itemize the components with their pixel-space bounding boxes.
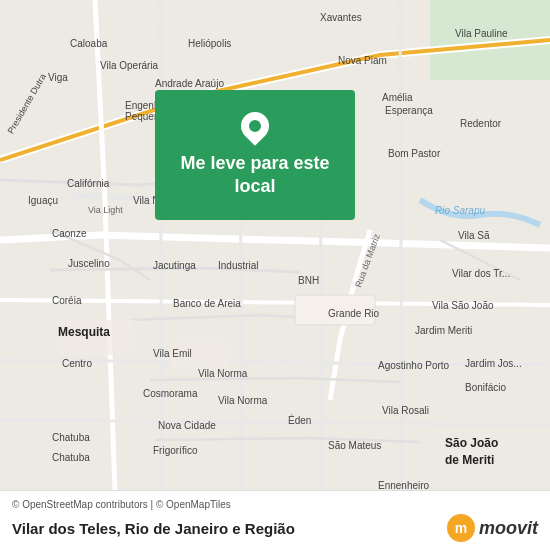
moovit-logo: m moovit [447,514,538,542]
popup-text: Me leve para este local [180,152,329,199]
bottom-bar: © OpenStreetMap contributors | © OpenMap… [0,490,550,550]
map-pin-icon [235,106,275,146]
map-roads [0,0,550,490]
moovit-icon: m [447,514,475,542]
map-container[interactable]: Caloaba Xavantes Heliópolis Vila Pauline… [0,0,550,490]
location-row: Vilar dos Teles, Rio de Janeiro e Região… [12,514,538,542]
svg-rect-2 [295,295,375,325]
moovit-text: moovit [479,518,538,539]
attribution: © OpenStreetMap contributors | © OpenMap… [12,499,538,510]
location-name: Vilar dos Teles, Rio de Janeiro e Região [12,520,295,537]
location-popup[interactable]: Me leve para este local [155,90,355,220]
svg-rect-3 [55,320,135,355]
svg-rect-4 [170,340,230,370]
